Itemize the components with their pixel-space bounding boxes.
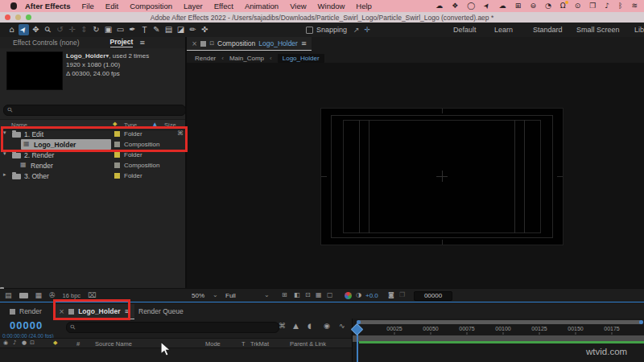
workspace-standard[interactable]: Standard — [533, 26, 563, 34]
region-of-interest-icon[interactable]: ⊡ — [305, 292, 311, 298]
menu-window[interactable]: Window — [318, 2, 345, 10]
tab-render-timeline[interactable]: Render — [0, 304, 42, 319]
pen-tool[interactable]: ✒ — [127, 24, 138, 35]
bluetooth-icon[interactable]: ᛒ — [618, 2, 622, 10]
exposure-value[interactable]: +0.0 — [365, 292, 378, 299]
current-time-indicator-handle[interactable] — [351, 323, 364, 336]
obs-icon[interactable]: ◯ — [467, 2, 475, 10]
column-source-name[interactable]: Source Name — [95, 340, 132, 348]
mask-visibility-icon[interactable]: ◧ — [294, 292, 300, 298]
type-tool[interactable]: T — [139, 24, 150, 35]
project-row-other-folder[interactable]: ▸ 3. Other Folder — [0, 171, 185, 181]
volume-icon[interactable]: ♪ — [605, 2, 609, 10]
time-navigator-bar[interactable] — [358, 320, 642, 324]
tab-render-queue[interactable]: Render Queue — [138, 304, 184, 319]
dropbox-icon[interactable]: ❖ — [452, 2, 458, 10]
pixel-aspect-icon[interactable]: ▢ — [327, 292, 333, 298]
clock-icon[interactable]: ◔ — [545, 2, 551, 10]
menu-help[interactable]: Help — [356, 2, 372, 10]
current-time-display[interactable]: 00000 — [10, 319, 43, 331]
menu-edit[interactable]: Edit — [105, 2, 118, 10]
roto-brush-tool[interactable]: ✏ — [188, 24, 198, 35]
zoom-tool[interactable]: ⚲ — [43, 24, 53, 35]
brush-tool[interactable]: ✎ — [151, 24, 162, 35]
menu-effect[interactable]: Effect — [214, 2, 233, 10]
menu-animation[interactable]: Animation — [245, 2, 279, 10]
menu-file[interactable]: File — [82, 2, 94, 10]
column-t[interactable]: T — [242, 340, 246, 348]
resolution-dropdown[interactable]: Full — [225, 292, 236, 299]
creative-cloud-icon[interactable]: ☁ — [499, 2, 506, 10]
mini-flowchart-icon[interactable]: ⌘ — [279, 323, 286, 330]
menu-layer[interactable]: Layer — [184, 2, 203, 10]
viewer-timecode[interactable]: 00000 — [414, 291, 452, 301]
shy-layers-icon[interactable]: ◖ — [308, 323, 312, 330]
docker-icon[interactable]: ⊞ — [515, 2, 522, 10]
shape-tool[interactable]: ▭ — [115, 24, 126, 35]
project-settings-icon[interactable]: ✇ — [49, 292, 56, 299]
eye-icon[interactable]: ◉ — [3, 340, 8, 346]
workspace-learn[interactable]: Learn — [494, 26, 513, 34]
panel-menu-icon[interactable]: ≡ — [139, 39, 145, 47]
exposure-icon[interactable]: ◑ — [356, 292, 361, 298]
grid-guides-icon[interactable]: ⊞ — [282, 292, 287, 298]
graph-editor-icon[interactable]: ∿ — [339, 323, 345, 330]
composition-viewer[interactable] — [187, 63, 644, 288]
screen-record-icon[interactable]: ⊙ — [575, 2, 581, 10]
trash-icon[interactable]: ⌧ — [88, 292, 96, 299]
audio-icon[interactable]: ♪ — [13, 340, 16, 346]
column-parent-link[interactable]: Parent & Link — [290, 340, 326, 348]
project-row-render-comp[interactable]: ▦ Render Composition — [0, 160, 185, 171]
draft-3d-icon[interactable]: ▲ — [293, 323, 299, 330]
composition-tab[interactable]: × ⊡ Composition Logo_Holder ≡ — [187, 37, 312, 51]
new-composition-icon[interactable]: ▦ — [35, 292, 43, 299]
pan-camera-tool[interactable]: ✛ — [67, 24, 77, 35]
label-color-swatch[interactable] — [114, 162, 120, 168]
tab-effect-controls[interactable]: Effect Controls (none) — [13, 39, 80, 47]
snapshot-camera-icon[interactable]: ◙ — [388, 292, 394, 298]
tab-project[interactable]: Project — [110, 38, 134, 47]
menu-after-effects[interactable]: After Effects — [25, 2, 71, 10]
notification-bell-icon[interactable]: Ω — [560, 2, 566, 10]
breadcrumb-main-comp[interactable]: Main_Comp — [229, 55, 264, 62]
workspace-default[interactable]: Default — [453, 26, 477, 34]
lock-column-icon[interactable]: ⊡ — [30, 340, 35, 346]
transparency-grid-icon[interactable]: ▦ — [316, 292, 322, 298]
timeline-search-input[interactable]: ⚲ — [66, 322, 279, 333]
menu-view[interactable]: View — [290, 2, 306, 10]
solo-icon[interactable]: ● — [22, 340, 27, 346]
show-channel-icon[interactable] — [345, 292, 352, 299]
puppet-pin-tool[interactable]: ✜ — [200, 24, 210, 35]
label-color-swatch[interactable] — [114, 152, 120, 158]
label-color-swatch[interactable] — [114, 173, 120, 179]
snap-grid-icon[interactable]: ✛ — [365, 27, 371, 34]
sync-cloud-icon[interactable]: ☁ — [436, 2, 443, 10]
clone-stamp-tool[interactable]: ▤ — [163, 24, 174, 35]
snapping-checkbox[interactable] — [306, 27, 313, 34]
hand-tool[interactable]: ✥ — [31, 24, 41, 35]
label-column-icon[interactable]: ◆ — [53, 340, 57, 346]
project-search-input[interactable]: ⚲ — [3, 105, 186, 116]
bit-depth-label[interactable]: 16 bpc — [63, 292, 81, 299]
breadcrumb-render[interactable]: Render — [195, 55, 216, 62]
motion-blur-icon[interactable]: ◉ — [324, 323, 330, 330]
dolly-camera-tool[interactable]: ⇕ — [79, 24, 89, 35]
window-stack-icon[interactable]: ❐ — [589, 2, 596, 10]
info-icon[interactable]: ⊖ — [530, 2, 536, 10]
apple-menu-icon[interactable] — [10, 2, 17, 10]
close-tab-icon[interactable]: × — [192, 40, 197, 47]
magnification-dropdown[interactable]: 50% — [192, 292, 204, 299]
chevron-right-icon[interactable]: ▸ — [3, 172, 6, 178]
breadcrumb-logo-holder[interactable]: Logo_Holder — [278, 54, 324, 63]
column-number[interactable]: # — [76, 340, 80, 348]
show-snapshot-icon[interactable]: ❐ — [399, 292, 405, 298]
column-trkmat[interactable]: TrkMat — [250, 340, 269, 348]
workspace-libraries[interactable]: Lib — [634, 26, 644, 34]
selection-tool[interactable]: ➤ — [19, 24, 29, 35]
rotation-tool[interactable]: ↻ — [91, 24, 101, 35]
home-tool[interactable]: ⌂ — [6, 24, 17, 35]
lock-icon[interactable]: ⊡ — [209, 41, 214, 47]
column-mode[interactable]: Mode — [205, 340, 221, 348]
navigator-end-handle[interactable] — [639, 320, 643, 324]
chevron-down-icon[interactable]: ▾ — [3, 151, 6, 157]
